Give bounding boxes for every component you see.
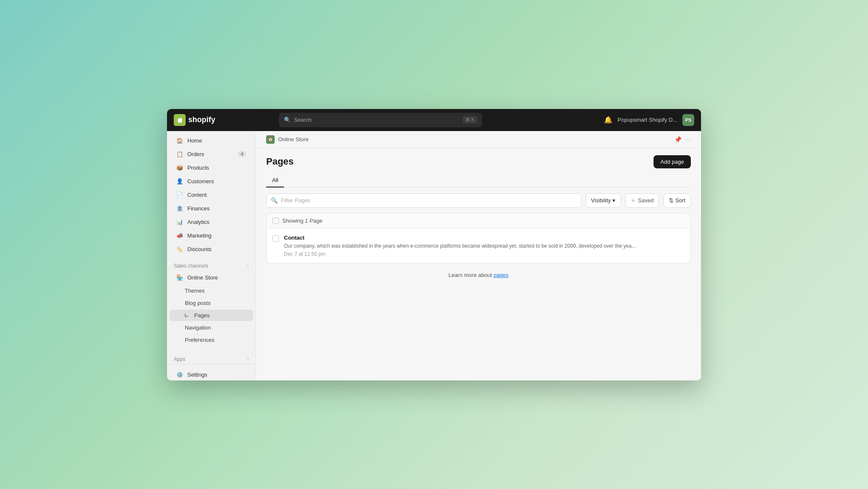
sort-icon: ⇅	[669, 197, 673, 204]
finances-icon: 🏦	[176, 205, 183, 212]
sidebar-sub-blog-posts[interactable]: Blog posts	[170, 297, 253, 309]
page-header: Pages Add page	[256, 148, 701, 173]
sidebar-item-products[interactable]: 📦 Products	[170, 161, 253, 174]
saved-button[interactable]: ★ Saved	[625, 193, 659, 208]
products-icon: 📦	[176, 165, 183, 171]
sidebar-item-marketing[interactable]: 📣 Marketing	[170, 229, 253, 242]
discounts-icon: 🏷️	[176, 246, 183, 252]
table-row[interactable]: Contact Our company, which was establish…	[267, 229, 690, 263]
visibility-label: Visibility	[591, 197, 611, 204]
filter-input-wrap[interactable]: 🔍	[266, 193, 581, 208]
apps-label: Apps	[174, 356, 185, 362]
table-header: Showing 1 Page	[267, 213, 690, 229]
row-description: Our company, which was established in th…	[284, 243, 684, 250]
breadcrumb-bar: 🏠 Online Store 📌 ⋯	[256, 131, 701, 148]
sidebar-item-online-store[interactable]: 🏪 Online Store	[170, 271, 253, 284]
more-options-icon[interactable]: ⋯	[685, 136, 691, 143]
sales-channels-header: Sales channels ›	[167, 256, 256, 271]
sidebar-sub-preferences[interactable]: Preferences	[170, 334, 253, 346]
sales-channels-label: Sales channels	[174, 263, 208, 269]
content-icon: 📄	[176, 192, 183, 198]
sidebar-item-analytics[interactable]: 📊 Analytics	[170, 215, 253, 229]
sidebar-sub-label: Navigation	[185, 324, 211, 331]
content-area: All 🔍 Visibility ▾ ★ Saved	[256, 173, 701, 380]
store-name: Popupsmart Shopify D...	[618, 117, 677, 123]
app-window: shopify 🔍 Search ⌘ K 🔔 Popupsmart Shopif…	[167, 109, 701, 380]
breadcrumb-actions: 📌 ⋯	[674, 136, 691, 143]
logo-text: shopify	[188, 115, 215, 124]
sidebar-settings: ⚙️ Settings	[167, 364, 256, 380]
row-content: Contact Our company, which was establish…	[284, 235, 684, 257]
sidebar-item-settings[interactable]: ⚙️ Settings	[170, 368, 253, 380]
settings-icon: ⚙️	[176, 372, 183, 378]
sidebar-item-label: Marketing	[187, 232, 211, 239]
bell-icon[interactable]: 🔔	[604, 116, 612, 124]
search-bar[interactable]: 🔍 Search ⌘ K	[279, 113, 482, 127]
row-date: Dec 7 at 11:50 pm	[284, 251, 684, 257]
analytics-icon: 📊	[176, 219, 183, 225]
star-icon: ★	[631, 197, 636, 204]
sidebar-item-label: Analytics	[187, 219, 209, 225]
filter-search-icon: 🔍	[271, 197, 278, 204]
sidebar-item-label: Content	[187, 192, 207, 198]
filter-row: 🔍 Visibility ▾ ★ Saved ⇅ Sort	[266, 193, 691, 208]
chevron-down-icon: ▾	[612, 197, 615, 204]
filter-input[interactable]	[281, 197, 577, 204]
search-icon: 🔍	[284, 117, 291, 123]
main-content: 🏠 Online Store 📌 ⋯ Pages Add page All	[256, 131, 701, 380]
sales-channels-chevron[interactable]: ›	[247, 263, 249, 269]
sidebar-sub-themes[interactable]: Themes	[170, 285, 253, 296]
breadcrumb-label: Online Store	[278, 136, 309, 143]
sidebar-item-discounts[interactable]: 🏷️ Discounts	[170, 243, 253, 256]
add-page-button[interactable]: Add page	[654, 155, 691, 168]
sidebar-sub-label: Blog posts	[185, 300, 211, 306]
sidebar-sub-pages[interactable]: Pages	[170, 310, 253, 321]
pin-icon[interactable]: 📌	[674, 136, 682, 143]
sidebar-item-label: Finances	[187, 205, 210, 212]
sidebar-item-label: Online Store	[187, 274, 218, 281]
sidebar-sub-navigation[interactable]: Navigation	[170, 322, 253, 333]
learn-more: Learn more about pages	[266, 263, 691, 287]
avatar[interactable]: PS	[682, 114, 694, 126]
pages-table: Showing 1 Page Contact Our company, whic…	[266, 213, 691, 264]
select-all-checkbox[interactable]	[273, 218, 279, 224]
customers-icon: 👤	[176, 178, 183, 184]
sort-label: Sort	[675, 197, 685, 204]
sidebar-item-customers[interactable]: 👤 Customers	[170, 175, 253, 188]
logo: shopify	[174, 114, 215, 126]
learn-more-prefix: Learn more about	[448, 272, 493, 278]
row-checkbox[interactable]	[273, 235, 279, 242]
orders-icon: 📋	[176, 151, 183, 157]
topnav-right: 🔔 Popupsmart Shopify D... PS	[604, 114, 694, 126]
search-shortcut: ⌘ K	[463, 116, 477, 123]
sidebar-item-label: Home	[187, 137, 202, 144]
sidebar-sub-label: Preferences	[185, 337, 214, 343]
sidebar-item-finances[interactable]: 🏦 Finances	[170, 202, 253, 215]
sort-button[interactable]: ⇅ Sort	[663, 193, 691, 208]
sidebar-sub-label: Pages	[194, 312, 210, 319]
apps-chevron[interactable]: ›	[247, 356, 249, 362]
tab-all[interactable]: All	[266, 173, 284, 187]
breadcrumb: 🏠 Online Store	[266, 135, 309, 144]
showing-label: Showing 1 Page	[282, 218, 323, 224]
sidebar-item-content[interactable]: 📄 Content	[170, 188, 253, 201]
sidebar-item-label: Settings	[187, 372, 207, 378]
sub-indicator	[185, 313, 188, 317]
app-body: 🏠 Home 📋 Orders 4 📦 Products 👤 Customers	[167, 131, 701, 380]
learn-more-link[interactable]: pages	[493, 272, 508, 278]
page-title: Pages	[266, 156, 294, 167]
sidebar: 🏠 Home 📋 Orders 4 📦 Products 👤 Customers	[167, 131, 256, 380]
marketing-icon: 📣	[176, 232, 183, 239]
sidebar-item-label: Products	[187, 165, 209, 171]
saved-label: Saved	[638, 197, 654, 204]
tabs-bar: All	[266, 173, 691, 187]
sidebar-item-home[interactable]: 🏠 Home	[170, 134, 253, 147]
sidebar-item-label: Discounts	[187, 246, 211, 252]
sidebar-item-label: Orders	[187, 151, 204, 157]
sidebar-item-label: Customers	[187, 178, 214, 184]
sidebar-item-orders[interactable]: 📋 Orders 4	[170, 148, 253, 161]
sidebar-sub-label: Themes	[185, 288, 205, 294]
search-placeholder: Search	[294, 117, 312, 123]
visibility-button[interactable]: Visibility ▾	[586, 193, 621, 208]
breadcrumb-icon: 🏠	[266, 135, 275, 144]
